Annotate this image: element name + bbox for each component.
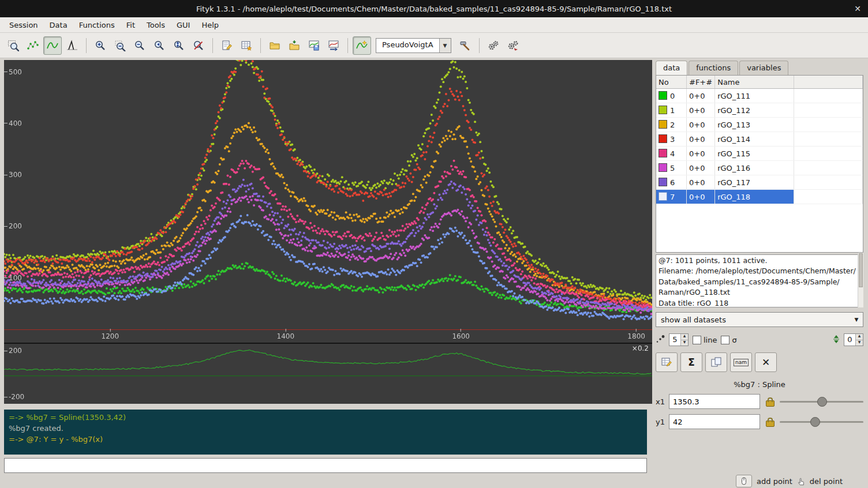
plot-column: 1002003004005001200140016001800 ×0.2 200… bbox=[0, 58, 652, 474]
chevron-down-icon: ▼ bbox=[850, 317, 863, 322]
lock-x1-button[interactable] bbox=[764, 395, 776, 408]
lock-icon bbox=[766, 421, 775, 427]
data-table-button[interactable] bbox=[237, 36, 256, 55]
mode-add-peak-button[interactable] bbox=[63, 36, 81, 55]
dataset-row[interactable]: 00+0rGO_111 bbox=[656, 89, 863, 103]
y-tick-label: 500 bbox=[4, 68, 22, 76]
rename-data-button[interactable]: nam bbox=[730, 352, 752, 372]
copy-data-button[interactable] bbox=[705, 352, 727, 372]
dataset-color-checkbox[interactable] bbox=[659, 149, 667, 157]
slider-thumb[interactable] bbox=[810, 417, 820, 427]
command-input[interactable] bbox=[4, 458, 647, 473]
dataset-row[interactable]: 20+0rGO_113 bbox=[656, 118, 863, 132]
dataset-filter-value: show all datasets bbox=[661, 316, 726, 324]
dataset-row[interactable]: 70+0rGO_118 bbox=[656, 190, 863, 204]
menu-gui[interactable]: GUI bbox=[171, 19, 196, 31]
param-x1-input[interactable] bbox=[669, 394, 760, 409]
param-y1-input[interactable] bbox=[669, 414, 760, 429]
sigma-checkbox[interactable] bbox=[721, 336, 729, 344]
tab-functions[interactable]: functions bbox=[689, 61, 738, 75]
shift-arrows[interactable]: ▲▼ bbox=[855, 334, 863, 346]
mode-background-button[interactable] bbox=[43, 36, 62, 55]
chevron-down-icon[interactable]: ▼ bbox=[439, 39, 451, 52]
slider-thumb[interactable] bbox=[817, 397, 827, 407]
export-plot-button[interactable] bbox=[324, 36, 343, 55]
dataset-row[interactable]: 50+0rGO_116 bbox=[656, 161, 863, 175]
line-checkbox[interactable] bbox=[693, 336, 701, 344]
dataset-color-checkbox[interactable] bbox=[659, 192, 667, 201]
tab-variables[interactable]: variables bbox=[739, 61, 788, 75]
fit-options-button[interactable] bbox=[504, 36, 522, 55]
lock-y1-button[interactable] bbox=[764, 415, 776, 428]
tab-data[interactable]: data bbox=[656, 61, 687, 75]
y-tick-label: 400 bbox=[4, 119, 22, 127]
mouse-hint-button[interactable] bbox=[736, 475, 752, 487]
param-row-x1: x1 bbox=[656, 394, 863, 409]
dataset-color-checkbox[interactable] bbox=[659, 134, 667, 143]
aux-y-tick-label: 200 bbox=[4, 347, 22, 355]
menu-tools[interactable]: Tools bbox=[141, 19, 171, 31]
toolbar: PseudoVoigtA▼ bbox=[0, 33, 868, 58]
param-x1-slider[interactable] bbox=[780, 396, 863, 407]
x-tick-label: 1400 bbox=[277, 329, 295, 340]
function-type-value: PseudoVoigtA bbox=[376, 39, 439, 52]
column-header: No bbox=[656, 76, 687, 89]
dataset-color-checkbox[interactable] bbox=[659, 91, 667, 100]
main-plot[interactable]: 1002003004005001200140016001800 bbox=[4, 60, 652, 343]
aux-plot-canvas[interactable] bbox=[4, 344, 652, 404]
menu-session[interactable]: Session bbox=[3, 19, 44, 31]
delete-data-button[interactable]: ✕ bbox=[755, 352, 777, 372]
menu-data[interactable]: Data bbox=[44, 19, 73, 31]
vertical-shift-icon bbox=[833, 335, 840, 346]
line-checkbox-label: line bbox=[704, 336, 717, 344]
dataset-row[interactable]: 10+0rGO_112 bbox=[656, 103, 863, 118]
run-fit-button[interactable] bbox=[484, 36, 503, 55]
column-header: Name bbox=[715, 76, 794, 89]
zoom-vertical-button[interactable] bbox=[170, 36, 188, 55]
menu-functions[interactable]: Functions bbox=[73, 19, 121, 31]
edit-script-button[interactable] bbox=[218, 36, 236, 55]
dataset-color-checkbox[interactable] bbox=[659, 120, 667, 129]
sidebar-tabs: datafunctionsvariables bbox=[656, 61, 863, 75]
dataset-filter-dropdown[interactable]: show all datasets ▼ bbox=[656, 312, 863, 327]
menu-bar: SessionDataFunctionsFitToolsGUIHelp bbox=[0, 17, 868, 33]
save-session-button[interactable] bbox=[305, 36, 323, 55]
info-scrollbar[interactable] bbox=[858, 253, 863, 307]
close-window-button[interactable]: ✕ bbox=[854, 3, 861, 14]
mode-zoom-button[interactable] bbox=[4, 36, 23, 55]
x-tick-label: 1600 bbox=[452, 329, 470, 340]
dataset-color-checkbox[interactable] bbox=[659, 106, 667, 114]
data-transform-button[interactable] bbox=[656, 352, 678, 372]
shift-stepper[interactable]: 0 ▲▼ bbox=[844, 333, 863, 346]
zoom-out-button[interactable] bbox=[111, 36, 129, 55]
dataset-info: @7: 1011 points, 1011 active. Filename: … bbox=[656, 254, 863, 307]
dataset-row[interactable]: 30+0rGO_114 bbox=[656, 132, 863, 147]
dataset-table: No#F+#Name00+0rGO_11110+0rGO_11220+0rGO_… bbox=[656, 75, 863, 253]
zoom-previous-button[interactable] bbox=[150, 36, 169, 55]
title-bar: Fityk 1.3.1 - /home/aleplo/test/Document… bbox=[0, 0, 868, 17]
sigma-checkbox-label: σ bbox=[732, 336, 736, 344]
dataset-color-checkbox[interactable] bbox=[659, 178, 667, 186]
point-size-stepper[interactable]: 5 ▲▼ bbox=[669, 333, 689, 346]
x-tick-label: 1800 bbox=[627, 329, 645, 340]
dataset-color-checkbox[interactable] bbox=[659, 163, 667, 172]
append-data-button[interactable] bbox=[285, 36, 304, 55]
zoom-all-button[interactable] bbox=[189, 36, 208, 55]
zoom-out-more-button[interactable] bbox=[130, 36, 149, 55]
menu-help[interactable]: Help bbox=[196, 19, 225, 31]
function-type-combo[interactable]: PseudoVoigtA▼ bbox=[376, 38, 451, 53]
param-y1-slider[interactable] bbox=[780, 416, 863, 427]
define-function-button[interactable] bbox=[456, 36, 474, 55]
main-plot-canvas[interactable] bbox=[4, 60, 652, 343]
dataset-row[interactable]: 60+0rGO_117 bbox=[656, 175, 863, 190]
menu-fit[interactable]: Fit bbox=[121, 19, 141, 31]
toolbar-separator bbox=[347, 38, 348, 53]
mode-data-range-button[interactable] bbox=[24, 36, 42, 55]
auxiliary-plot[interactable]: ×0.2 200-200 bbox=[4, 343, 652, 404]
dataset-row[interactable]: 40+0rGO_115 bbox=[656, 147, 863, 161]
point-size-arrows[interactable]: ▲▼ bbox=[680, 334, 688, 346]
sum-datasets-button[interactable]: Σ bbox=[680, 352, 702, 372]
auto-add-peak-button[interactable] bbox=[353, 36, 371, 55]
load-data-button[interactable] bbox=[265, 36, 284, 55]
zoom-in-button[interactable] bbox=[91, 36, 110, 55]
